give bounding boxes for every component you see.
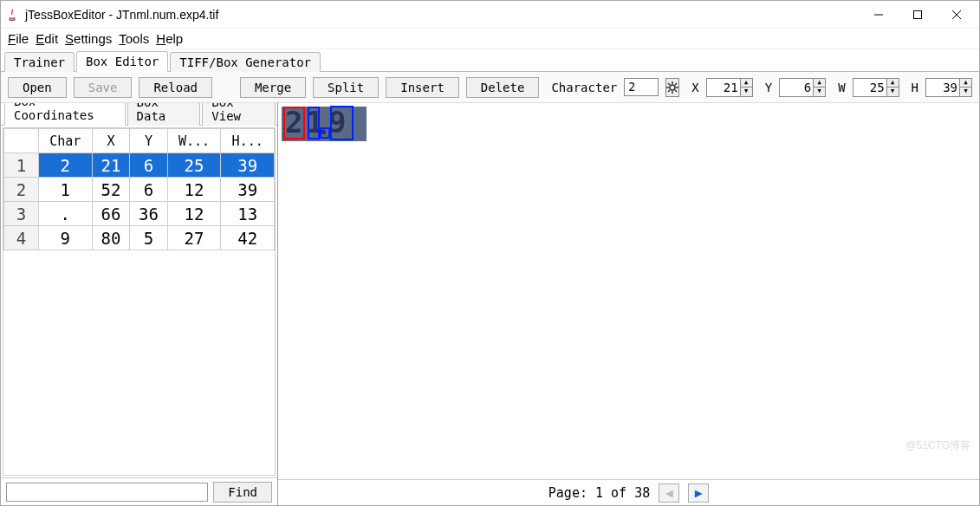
- delete-button[interactable]: Delete: [466, 77, 540, 98]
- col-w[interactable]: W...: [167, 129, 221, 153]
- tab-box-editor[interactable]: Box Editor: [76, 51, 168, 72]
- x-spinner[interactable]: ▲▼: [706, 78, 753, 97]
- svg-point-4: [670, 85, 675, 90]
- find-input[interactable]: [6, 483, 208, 502]
- x-label: X: [691, 81, 698, 94]
- box-4[interactable]: [330, 106, 354, 140]
- chevron-left-icon: ◀: [665, 485, 673, 501]
- open-button[interactable]: Open: [8, 77, 67, 98]
- watermark: @51CTO博客: [905, 438, 970, 453]
- image-canvas[interactable]: 2 1 . 9 @51CTO博客: [278, 103, 979, 479]
- tab-box-view[interactable]: Box View: [202, 103, 276, 126]
- col-rownum[interactable]: [4, 129, 39, 153]
- table-row[interactable]: 122162539: [4, 153, 275, 178]
- character-label: Character: [551, 81, 617, 94]
- tab-trainer[interactable]: Trainer: [4, 52, 75, 72]
- menu-edit[interactable]: Edit: [36, 31, 58, 46]
- col-char[interactable]: Char: [39, 129, 93, 153]
- menu-settings[interactable]: Settings: [65, 31, 112, 46]
- y-label: Y: [765, 81, 772, 94]
- save-button[interactable]: Save: [74, 77, 133, 98]
- svg-line-11: [675, 83, 677, 85]
- col-h[interactable]: H...: [221, 129, 275, 153]
- left-pane: Box Coordinates Box Data Box View Char X…: [1, 103, 278, 505]
- pager-text: Page: 1 of 38: [548, 485, 650, 501]
- window-title: jTessBoxEditor - JTnml.num.exp4.tif: [25, 8, 218, 22]
- sub-tabs: Box Coordinates Box Data Box View: [1, 103, 277, 126]
- find-button[interactable]: Find: [213, 482, 272, 503]
- gear-icon[interactable]: [665, 78, 679, 97]
- svg-rect-1: [913, 10, 921, 18]
- col-x[interactable]: X: [92, 129, 130, 153]
- titlebar: jTessBoxEditor - JTnml.num.exp4.tif: [1, 1, 979, 29]
- insert-button[interactable]: Insert: [386, 77, 459, 98]
- box-3[interactable]: [320, 127, 330, 139]
- menubar: File Edit Settings Tools Help: [1, 29, 979, 49]
- tab-box-coordinates[interactable]: Box Coordinates: [4, 103, 126, 126]
- box-table[interactable]: Char X Y W... H... 1221625392152612393.6…: [3, 128, 275, 250]
- tab-box-data[interactable]: Box Data: [127, 103, 201, 126]
- next-page-button[interactable]: ▶: [688, 483, 709, 503]
- tab-tiff-box-generator[interactable]: TIFF/Box Generator: [170, 52, 321, 72]
- col-y[interactable]: Y: [130, 129, 168, 153]
- reload-button[interactable]: Reload: [139, 77, 212, 98]
- box-2[interactable]: [308, 107, 320, 139]
- chevron-right-icon: ▶: [695, 485, 703, 501]
- svg-line-10: [675, 90, 677, 92]
- split-button[interactable]: Split: [313, 77, 379, 98]
- prev-page-button[interactable]: ◀: [659, 483, 679, 503]
- merge-button[interactable]: Merge: [240, 77, 306, 98]
- menu-file[interactable]: File: [8, 31, 29, 46]
- main-tabs: Trainer Box Editor TIFF/Box Generator: [1, 49, 979, 72]
- character-input[interactable]: [624, 78, 659, 96]
- svg-line-9: [668, 83, 670, 85]
- maximize-button[interactable]: [898, 3, 937, 27]
- toolbar: Open Save Reload Merge Split Insert Dele…: [1, 72, 979, 103]
- minimize-button[interactable]: [859, 3, 898, 27]
- svg-line-12: [668, 90, 670, 92]
- w-spinner[interactable]: ▲▼: [853, 78, 899, 97]
- table-row[interactable]: 498052742: [4, 226, 275, 250]
- menu-help[interactable]: Help: [156, 31, 183, 46]
- close-button[interactable]: [937, 3, 976, 27]
- java-icon: [4, 7, 20, 23]
- h-label: H: [912, 81, 918, 94]
- h-spinner[interactable]: ▲▼: [925, 78, 972, 97]
- right-pane: 2 1 . 9 @51CTO博客 Page: 1 of 38 ◀ ▶: [278, 103, 979, 505]
- table-row[interactable]: 215261239: [4, 178, 275, 202]
- find-bar: Find: [1, 477, 277, 505]
- selected-box[interactable]: [283, 107, 305, 139]
- table-row[interactable]: 3.66361213: [4, 202, 275, 226]
- pager: Page: 1 of 38 ◀ ▶: [278, 479, 979, 505]
- tiff-image: 2 1 . 9: [282, 107, 367, 141]
- w-label: W: [838, 81, 845, 94]
- menu-tools[interactable]: Tools: [119, 31, 149, 46]
- y-spinner[interactable]: ▲▼: [779, 78, 826, 97]
